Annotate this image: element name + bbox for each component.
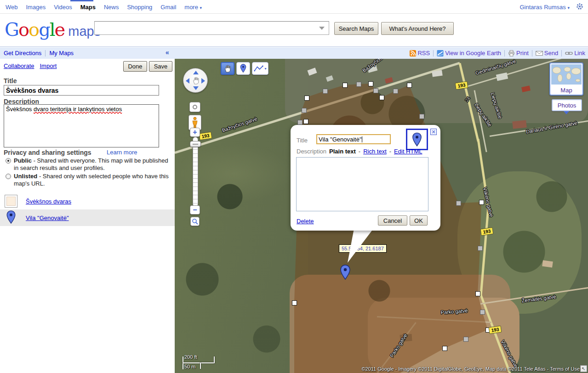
search-input[interactable] <box>94 21 329 35</box>
polygon-style-icon[interactable] <box>5 195 17 208</box>
overview-map-toggle[interactable]: ↖ <box>580 365 587 372</box>
nav-web[interactable]: Web <box>6 4 18 11</box>
photos-dropdown-arrow-icon[interactable] <box>564 111 569 114</box>
map-canvas[interactable]: Bažnyčios Gedminaičių gatvė Bažnyčios ga… <box>175 59 588 373</box>
nav-maps[interactable]: Maps <box>80 4 96 11</box>
search-maps-button[interactable]: Search Maps <box>334 22 378 35</box>
vertex-handle[interactable] <box>475 291 480 296</box>
zoom-out-button[interactable]: − <box>190 205 200 215</box>
done-button[interactable]: Done <box>123 61 147 72</box>
rss-link[interactable]: RSS <box>410 50 430 57</box>
vertex-midpoint-handle[interactable] <box>419 114 424 119</box>
vertex-handle[interactable] <box>343 83 348 88</box>
unlisted-radio[interactable] <box>6 174 11 179</box>
nav-gmail[interactable]: Gmail <box>160 4 176 11</box>
add-marker-tool-button[interactable] <box>236 62 250 75</box>
hand-tool-button[interactable] <box>221 62 234 75</box>
public-radio[interactable] <box>6 158 11 164</box>
link-link[interactable]: Link <box>565 50 585 57</box>
feature-link-vila[interactable]: Vila "Genovaitė" <box>26 215 69 221</box>
rich-text-mode-link[interactable]: Rich text <box>363 148 387 155</box>
edit-html-mode-link[interactable]: Edit HTML <box>394 148 422 155</box>
hand-icon <box>223 64 232 73</box>
vertex-handle[interactable] <box>304 96 309 101</box>
blue-marker-icon[interactable] <box>6 210 16 226</box>
view-in-google-earth-link[interactable]: View in Google Earth <box>437 50 501 57</box>
import-link[interactable]: Import <box>40 62 57 69</box>
send-link[interactable]: Send <box>536 50 558 57</box>
sidebar: Collaborate Import Done Save Title Descr… <box>0 59 175 373</box>
collaborate-link[interactable]: Collaborate <box>4 62 34 69</box>
vertex-handle[interactable] <box>379 95 384 100</box>
pan-control[interactable] <box>183 68 208 93</box>
map-type-label: Map <box>551 87 582 94</box>
save-button[interactable]: Save <box>149 61 172 72</box>
vertex-handle[interactable] <box>303 119 308 124</box>
vertex-handle[interactable] <box>479 200 484 205</box>
pan-right-icon[interactable] <box>201 78 205 84</box>
vertex-midpoint-handle[interactable] <box>323 89 328 94</box>
marker-description-textarea[interactable] <box>296 157 428 211</box>
tab-my-maps[interactable]: My Maps <box>49 50 74 57</box>
vertex-midpoint-handle[interactable] <box>393 89 398 94</box>
tab-get-directions[interactable]: Get Directions <box>4 50 41 57</box>
vertex-midpoint-handle[interactable] <box>373 88 378 93</box>
feature-row-polygon[interactable]: Švėkšnos dvaras <box>0 193 175 209</box>
divider <box>561 50 562 57</box>
bubble-title-label: Title <box>297 137 308 144</box>
close-icon[interactable]: ✕ <box>430 129 437 135</box>
photos-layer-button[interactable]: Photos <box>552 99 582 111</box>
feature-row-marker[interactable]: Vila "Genovaitė" <box>0 209 175 226</box>
vertex-handle[interactable] <box>368 81 373 86</box>
reset-view-button[interactable] <box>189 102 200 112</box>
vertex-midpoint-handle[interactable] <box>297 120 303 125</box>
nav-videos[interactable]: Videos <box>54 4 72 11</box>
vertex-midpoint-handle[interactable] <box>356 82 361 87</box>
vertex-midpoint-handle[interactable] <box>480 310 485 315</box>
zoom-slider-handle[interactable] <box>190 141 201 147</box>
pan-down-icon[interactable] <box>193 86 199 90</box>
vertex-handle[interactable] <box>442 346 447 351</box>
nav-images[interactable]: Images <box>26 4 46 11</box>
collab-links: Collaborate Import <box>4 62 57 69</box>
google-maps-mymaps-screen: Web Images Videos Maps News Shopping Gma… <box>0 0 588 373</box>
ok-button[interactable]: OK <box>410 215 428 226</box>
zoom-in-button[interactable]: + <box>190 128 200 137</box>
nav-news[interactable]: News <box>104 4 119 11</box>
zoom-box-tool[interactable] <box>190 217 200 226</box>
cancel-button[interactable]: Cancel <box>378 215 407 226</box>
marker-style-button[interactable] <box>406 129 428 150</box>
privacy-option-public: Public - Shared with everyone. This map … <box>6 157 169 172</box>
map-type-button[interactable]: Map <box>549 62 583 96</box>
zoom-slider-track[interactable] <box>193 137 198 207</box>
whats-around-here-button[interactable]: What's Around Here? <box>381 22 454 35</box>
sidebar-collapse-button[interactable]: « <box>166 49 169 56</box>
print-link[interactable]: Print <box>508 50 529 57</box>
learn-more-link[interactable]: Learn more <box>107 149 137 156</box>
map-title-input[interactable] <box>4 85 159 96</box>
vertex-handle[interactable] <box>407 83 412 88</box>
pan-up-icon[interactable] <box>193 71 199 74</box>
vertex-midpoint-handle[interactable] <box>302 108 307 113</box>
search-dropdown-arrow-icon[interactable] <box>319 27 325 30</box>
nav-more[interactable]: more ▾ <box>184 4 202 11</box>
account-menu[interactable]: Gintaras Rumsas ▾ <box>519 4 570 11</box>
draw-line-tool-button[interactable]: ▾ <box>252 62 268 75</box>
marker-title-input[interactable]: Vila "Genovaitė" <box>316 134 391 144</box>
map-description-textarea[interactable]: Švėkšnos dvaro teritorija ir lankytinos … <box>4 104 159 147</box>
vertex-midpoint-handle[interactable] <box>463 337 468 342</box>
map-marker-vila[interactable] <box>340 265 351 282</box>
drawing-tools: ▾ <box>221 62 268 75</box>
feature-link-dvaras[interactable]: Švėkšnos dvaras <box>26 198 71 205</box>
google-maps-logo[interactable]: Googlemaps <box>5 19 101 40</box>
plain-text-mode[interactable]: Plain text <box>329 148 356 155</box>
vertex-midpoint-handle[interactable] <box>478 246 483 251</box>
gear-icon[interactable] <box>576 3 583 11</box>
world-map-thumbnail <box>551 64 582 85</box>
vertex-midpoint-handle[interactable] <box>456 201 461 206</box>
delete-marker-link[interactable]: Delete <box>297 218 314 225</box>
nav-shopping[interactable]: Shopping <box>127 4 152 11</box>
description-text-misspelled: dvaro teritorija ir lankytinos vietos <box>34 106 122 113</box>
pan-left-icon[interactable] <box>186 78 189 84</box>
vertex-handle[interactable] <box>292 300 297 305</box>
